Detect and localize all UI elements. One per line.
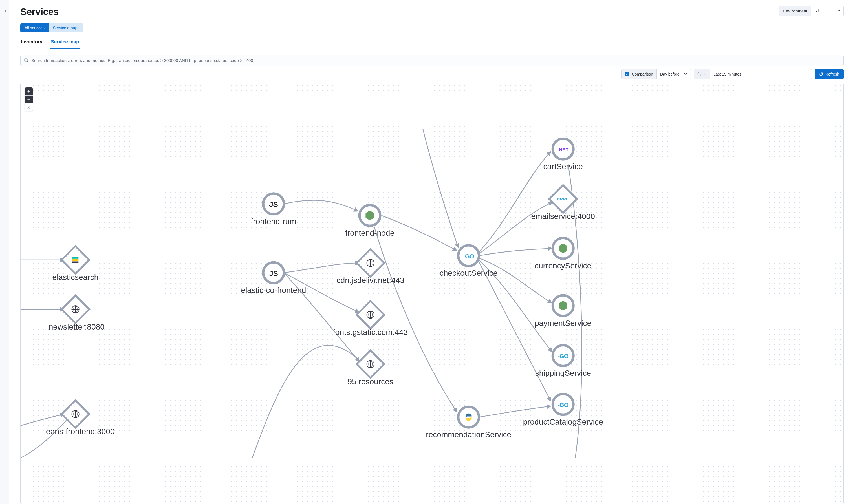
svg-rect-49 xyxy=(72,259,79,261)
time-range-value[interactable]: Last 15 minutes xyxy=(710,69,812,79)
time-range-text: Last 15 minutes xyxy=(713,72,741,76)
svg-text:emailservice:4000: emailservice:4000 xyxy=(531,212,595,221)
refresh-label: Refresh xyxy=(825,72,839,76)
svg-text:95 resources: 95 resources xyxy=(348,377,393,386)
plus-icon xyxy=(27,90,31,93)
search-box[interactable] xyxy=(20,55,844,66)
tab-all-services[interactable]: All services xyxy=(20,23,49,32)
svg-rect-48 xyxy=(72,257,79,258)
svg-point-27 xyxy=(458,407,479,427)
chevron-down-icon xyxy=(703,73,707,75)
globe-icon xyxy=(367,361,374,368)
chevron-down-icon xyxy=(684,72,687,76)
svg-rect-50 xyxy=(72,262,79,263)
globe-icon xyxy=(367,311,374,319)
svg-text:JS: JS xyxy=(269,269,278,277)
search-input[interactable] xyxy=(31,58,840,63)
node-eans-frontend[interactable]: eans-frontend:3000 xyxy=(46,400,115,436)
zoom-out-button[interactable] xyxy=(25,95,33,103)
svg-rect-1 xyxy=(698,73,701,76)
node-frontend-rum[interactable]: JS frontend-rum xyxy=(251,194,296,226)
search-icon xyxy=(24,58,29,62)
globe-icon xyxy=(72,306,79,313)
svg-text:frontend-rum: frontend-rum xyxy=(251,217,296,226)
node-elastic-co-frontend[interactable]: JS elastic-co-frontend xyxy=(241,263,306,294)
svg-text:checkoutService: checkoutService xyxy=(440,269,498,277)
svg-point-3 xyxy=(29,107,29,108)
node-currency-service[interactable]: currencyService xyxy=(535,238,591,270)
comparison-control[interactable]: Comparison Day before xyxy=(621,69,691,79)
globe-icon xyxy=(367,259,374,267)
node-cart-service[interactable]: .NET cartService xyxy=(543,139,583,171)
svg-text:eans-frontend:3000: eans-frontend:3000 xyxy=(46,427,115,436)
zoom-fit-button[interactable] xyxy=(25,103,33,111)
comparison-value: Day before xyxy=(660,72,679,76)
minus-icon xyxy=(27,98,31,101)
environment-label: Environment xyxy=(779,6,811,16)
elasticsearch-icon xyxy=(72,257,79,263)
crosshair-icon xyxy=(27,105,31,109)
node-emailservice[interactable]: gRPC emailservice:4000 xyxy=(531,185,595,221)
svg-text:cdn.jsdelivr.net:443: cdn.jsdelivr.net:443 xyxy=(336,276,404,285)
comparison-label: Comparison xyxy=(632,72,653,76)
node-frontend-node[interactable]: frontend-node xyxy=(345,205,394,237)
check-icon xyxy=(626,73,628,75)
expand-sidebar-button[interactable] xyxy=(2,8,7,14)
time-range-quick-button[interactable] xyxy=(694,69,710,79)
svg-text:.NET: .NET xyxy=(557,147,569,152)
tab-inventory[interactable]: Inventory xyxy=(20,39,43,49)
svg-text:cartService: cartService xyxy=(543,162,583,171)
service-map-canvas[interactable]: JS frontend-rum JS elastic-co-frontend f… xyxy=(20,83,844,504)
time-range-control[interactable]: Last 15 minutes xyxy=(694,69,812,79)
tab-service-groups[interactable]: Service groups xyxy=(49,23,84,32)
svg-text:JS: JS xyxy=(269,200,278,208)
node-fonts-gstatic[interactable]: fonts.gstatic.com:443 xyxy=(333,301,408,337)
zoom-in-button[interactable] xyxy=(25,87,33,95)
environment-selector[interactable]: Environment All xyxy=(779,6,844,16)
globe-icon xyxy=(72,410,79,418)
page-title: Services xyxy=(20,6,59,17)
svg-text:frontend-node: frontend-node xyxy=(345,229,394,237)
svg-text:paymentService: paymentService xyxy=(535,319,591,327)
node-payment-service[interactable]: paymentService xyxy=(535,295,591,327)
node-elasticsearch[interactable]: elasticsearch xyxy=(52,246,99,282)
comparison-checkbox[interactable] xyxy=(625,72,629,76)
node-product-catalog-service[interactable]: -GO productCatalogService xyxy=(523,394,603,426)
refresh-button[interactable]: Refresh xyxy=(815,69,844,79)
service-group-tabs: All services Service groups xyxy=(20,23,844,32)
node-cdn-jsdelivr[interactable]: cdn.jsdelivr.net:443 xyxy=(336,249,404,285)
svg-text:fonts.gstatic.com:443: fonts.gstatic.com:443 xyxy=(333,328,408,337)
svg-text:-GO: -GO xyxy=(558,353,569,360)
svg-text:productCatalogService: productCatalogService xyxy=(523,417,603,426)
node-shipping-service[interactable]: -GO shippingService xyxy=(535,345,591,377)
collapsed-sidebar xyxy=(0,0,9,504)
svg-text:shippingService: shippingService xyxy=(535,369,591,377)
calendar-icon xyxy=(697,72,701,76)
refresh-icon xyxy=(819,72,823,76)
svg-text:recommendationService: recommendationService xyxy=(426,430,511,439)
node-checkout-service[interactable]: -GO checkoutService xyxy=(440,245,498,277)
node-newsletter[interactable]: newsletter:8080 xyxy=(49,295,105,331)
tab-service-map[interactable]: Service map xyxy=(51,39,80,49)
svg-text:elasticsearch: elasticsearch xyxy=(52,273,99,282)
svg-text:currencyService: currencyService xyxy=(535,261,591,270)
expand-icon xyxy=(2,9,7,13)
environment-select[interactable]: All xyxy=(811,6,844,16)
zoom-controls xyxy=(24,87,33,111)
svg-text:gRPC: gRPC xyxy=(557,196,569,201)
svg-text:newsletter:8080: newsletter:8080 xyxy=(49,322,105,331)
svg-text:-GO: -GO xyxy=(558,401,569,409)
comparison-value-select[interactable]: Day before xyxy=(657,69,691,79)
node-recommendation-service[interactable]: recommendationService xyxy=(426,407,511,439)
svg-text:-GO: -GO xyxy=(463,253,474,260)
svg-text:elastic-co-frontend: elastic-co-frontend xyxy=(241,286,306,294)
service-map-svg: JS frontend-rum JS elastic-co-frontend f… xyxy=(21,83,843,504)
view-tabs: Inventory Service map xyxy=(20,39,844,49)
comparison-toggle[interactable]: Comparison xyxy=(622,69,657,79)
